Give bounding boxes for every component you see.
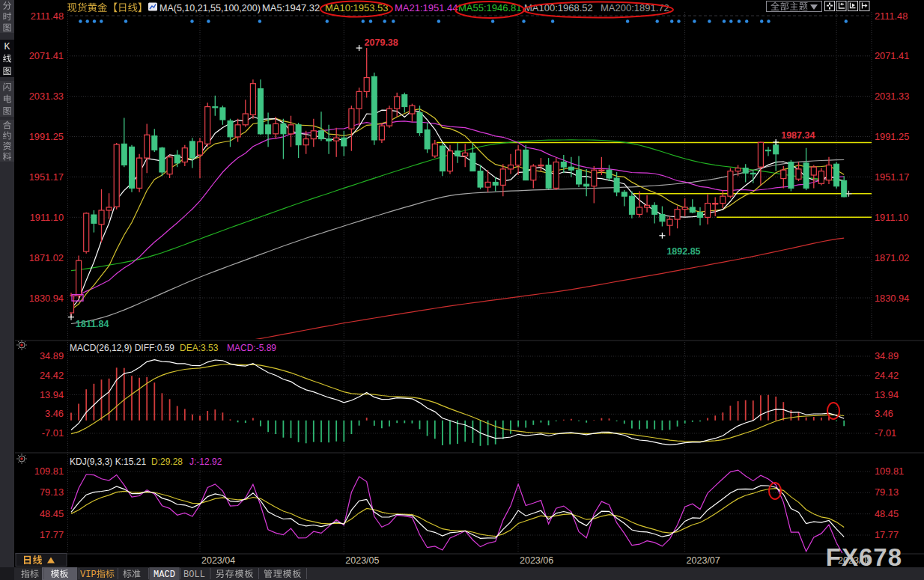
svg-text:2031.33: 2031.33	[875, 91, 909, 102]
svg-text:BOLL: BOLL	[183, 570, 205, 580]
svg-text:2023/05: 2023/05	[345, 555, 379, 566]
svg-text:D:29.28: D:29.28	[151, 457, 183, 467]
svg-text:-7.01: -7.01	[875, 427, 896, 439]
svg-text:34.89: 34.89	[40, 350, 64, 361]
svg-text:3.46: 3.46	[45, 408, 64, 419]
svg-text:1987.34: 1987.34	[781, 130, 815, 141]
svg-text:1991.25: 1991.25	[875, 131, 909, 142]
svg-text:1951.17: 1951.17	[29, 171, 64, 183]
svg-text:1871.02: 1871.02	[875, 252, 909, 263]
svg-text:VIP: VIP	[80, 570, 97, 580]
svg-text:MACD:-5.89: MACD:-5.89	[227, 343, 276, 353]
svg-text:79.13: 79.13	[40, 486, 64, 498]
svg-text:2111.48: 2111.48	[31, 10, 64, 22]
svg-text:MA5:1947.32: MA5:1947.32	[262, 2, 320, 13]
svg-text:17.77: 17.77	[875, 529, 899, 540]
svg-text:2023/07: 2023/07	[687, 555, 720, 566]
svg-text:2111.48: 2111.48	[875, 10, 908, 22]
svg-text:2079.38: 2079.38	[365, 37, 398, 48]
svg-text:-7.01: -7.01	[42, 427, 64, 439]
svg-text:48.45: 48.45	[40, 508, 64, 519]
svg-text:13.94: 13.94	[875, 389, 899, 400]
svg-text:13.94: 13.94	[40, 389, 64, 400]
svg-text:1830.94: 1830.94	[875, 293, 909, 304]
svg-text:1911.10: 1911.10	[30, 212, 64, 223]
svg-text:1892.85: 1892.85	[666, 246, 700, 257]
svg-text:1991.25: 1991.25	[29, 131, 64, 142]
svg-text:2031.33: 2031.33	[29, 91, 64, 102]
svg-text:17.77: 17.77	[40, 529, 64, 540]
svg-text:K: K	[4, 41, 10, 52]
svg-text:DEA:3.53: DEA:3.53	[180, 343, 219, 353]
svg-text:J:-12.92: J:-12.92	[189, 457, 222, 467]
svg-text:2071.41: 2071.41	[29, 50, 64, 61]
svg-text:MA(5,10,21,55,100,200): MA(5,10,21,55,100,200)	[159, 3, 261, 13]
svg-text:109.81: 109.81	[875, 465, 904, 477]
svg-text:24.42: 24.42	[875, 370, 899, 381]
svg-text:MACD(26,12,9) DIFF:0.59: MACD(26,12,9) DIFF:0.59	[70, 343, 174, 353]
svg-text:1811.84: 1811.84	[76, 319, 109, 329]
svg-text:2071.41: 2071.41	[875, 50, 909, 61]
svg-text:109.81: 109.81	[34, 465, 64, 477]
svg-text:48.45: 48.45	[875, 508, 899, 519]
svg-text:79.13: 79.13	[875, 486, 899, 498]
svg-text:1911.10: 1911.10	[875, 212, 908, 223]
svg-text:1871.02: 1871.02	[29, 252, 64, 263]
svg-text:3.46: 3.46	[875, 408, 893, 419]
svg-text:1951.17: 1951.17	[875, 171, 909, 183]
svg-text:24.42: 24.42	[40, 370, 64, 381]
svg-text:KDJ(9,3,3) K:15.21: KDJ(9,3,3) K:15.21	[70, 457, 146, 467]
svg-text:2023/06: 2023/06	[520, 555, 553, 566]
svg-text:1830.94: 1830.94	[29, 293, 64, 304]
svg-text:MA21:1951.44: MA21:1951.44	[395, 2, 458, 13]
svg-text:FX678: FX678	[826, 543, 902, 571]
svg-text:34.89: 34.89	[875, 350, 899, 361]
svg-text:MACD: MACD	[154, 570, 175, 580]
svg-text:2023/04: 2023/04	[201, 555, 235, 566]
